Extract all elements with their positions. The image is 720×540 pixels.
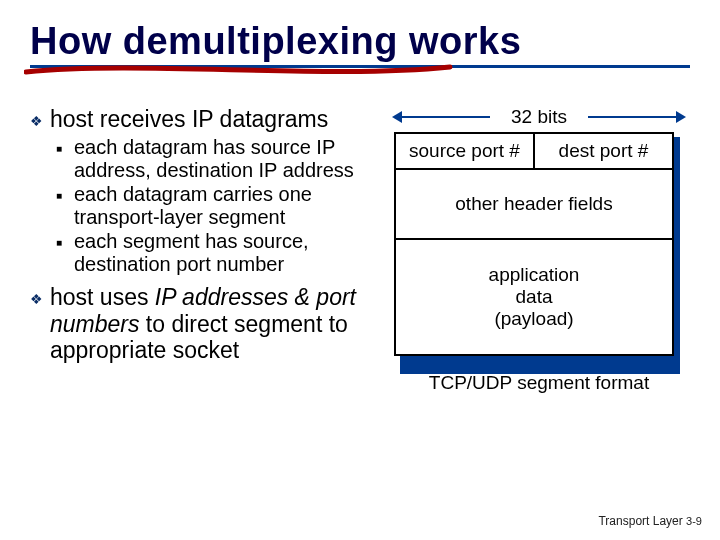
- slide-title: How demultiplexing works: [30, 20, 690, 63]
- sub-1: ■ each datagram has source IP address, d…: [56, 136, 384, 182]
- footer-section: Transport Layer: [598, 514, 682, 528]
- body: ❖ host receives IP datagrams ■ each data…: [30, 106, 690, 394]
- red-underline-icon: [24, 62, 454, 80]
- segment-box: source port # dest port # other header f…: [394, 132, 684, 356]
- other-header-cell: other header fields: [395, 169, 673, 239]
- payload-line-1: application: [400, 264, 668, 286]
- bullet-2-text: host uses IP addresses & port numbers to…: [50, 284, 384, 363]
- dest-port-cell: dest port #: [534, 133, 673, 169]
- bullet-1: ❖ host receives IP datagrams: [30, 106, 384, 132]
- left-column: ❖ host receives IP datagrams ■ each data…: [30, 106, 390, 394]
- source-port-cell: source port #: [395, 133, 534, 169]
- arrow-right-icon: [676, 111, 686, 123]
- bullet-1-sublist: ■ each datagram has source IP address, d…: [56, 136, 384, 276]
- sub-1-text: each datagram has source IP address, des…: [74, 136, 384, 182]
- square-bullet-icon: ■: [56, 190, 74, 201]
- payload-line-2: data: [400, 286, 668, 308]
- diagram-caption: TCP/UDP segment format: [394, 372, 684, 394]
- footer-page: 3-9: [686, 515, 702, 527]
- bullet-2: ❖ host uses IP addresses & port numbers …: [30, 284, 384, 363]
- right-column: 32 bits source port # dest port # other …: [390, 106, 690, 394]
- square-bullet-icon: ■: [56, 143, 74, 154]
- square-bullet-icon: ■: [56, 237, 74, 248]
- sub-3: ■ each segment has source, destination p…: [56, 230, 384, 276]
- diamond-bullet-icon: ❖: [30, 291, 50, 308]
- sub-2-text: each datagram carries one transport-laye…: [74, 183, 384, 229]
- bits-label: 32 bits: [511, 106, 567, 127]
- slide: How demultiplexing works ❖ host receives…: [0, 0, 720, 540]
- bits-width-row: 32 bits: [394, 106, 684, 128]
- payload-line-3: (payload): [400, 308, 668, 330]
- sub-3-text: each segment has source, destination por…: [74, 230, 384, 276]
- width-line-right: [588, 116, 680, 118]
- bullet-2-pre: host uses: [50, 284, 155, 310]
- segment-diagram: 32 bits source port # dest port # other …: [394, 106, 684, 394]
- segment-table: source port # dest port # other header f…: [394, 132, 674, 356]
- payload-cell: application data (payload): [395, 239, 673, 355]
- diamond-bullet-icon: ❖: [30, 113, 50, 130]
- width-line-left: [398, 116, 490, 118]
- bullet-1-text: host receives IP datagrams: [50, 106, 328, 132]
- sub-2: ■ each datagram carries one transport-la…: [56, 183, 384, 229]
- footer: Transport Layer 3-9: [598, 514, 702, 528]
